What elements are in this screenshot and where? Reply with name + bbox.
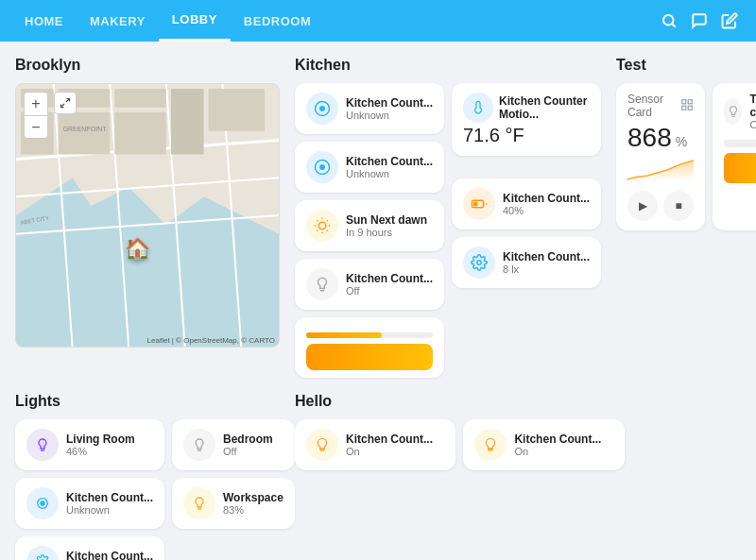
- nav-item-makery[interactable]: MAKERY: [77, 0, 159, 42]
- kitchen-lux-name: Kitchen Count...: [66, 550, 153, 560]
- chat-icon[interactable]: [684, 6, 714, 36]
- svg-point-24: [319, 106, 325, 111]
- map-attribution: Leaflet | © OpenStreetMap, © CARTO: [147, 336, 275, 345]
- kitchen-card-sun[interactable]: Sun Next dawn In 9 hours: [295, 200, 444, 251]
- hello-card-1-name: Kitchen Count...: [346, 433, 444, 446]
- lights-section: Lights Living Room 46% Bedroom Off: [15, 393, 280, 560]
- sun-card-state: In 9 hours: [346, 227, 433, 238]
- test-section: Test Sensor Card 868 %: [616, 57, 756, 378]
- tile-card-state: Off: [749, 119, 756, 130]
- lights-title: Lights: [15, 393, 280, 410]
- motion-card[interactable]: Kitchen Counter Motio... 71.6 °F: [452, 83, 601, 156]
- kitchen-slider-bottom[interactable]: [295, 317, 444, 378]
- gear-icon-kitchen: [463, 246, 495, 279]
- svg-point-26: [319, 164, 325, 170]
- circle-blue-icon: [26, 487, 59, 519]
- svg-line-30: [317, 220, 318, 221]
- workspace-name: Workspace: [223, 491, 284, 504]
- nav-item-bedroom[interactable]: BEDROOM: [231, 0, 324, 42]
- hello-card-1[interactable]: Kitchen Count... On: [295, 419, 455, 470]
- hello-bulb-icon-2: [474, 429, 507, 461]
- gear-blue-icon: [26, 546, 59, 560]
- battery-icon: [463, 188, 495, 220]
- tile-card[interactable]: Tile card Off: [713, 83, 756, 230]
- sun-icon: [306, 210, 338, 242]
- kitchen-card-2-name: Kitchen Count...: [346, 155, 433, 168]
- map-zoom-controls[interactable]: + −: [24, 92, 48, 139]
- top-nav: HOME MAKERY LOBBY BEDROOM: [0, 0, 756, 42]
- zoom-in-button[interactable]: +: [25, 93, 47, 115]
- bulb-yellow-icon-ws: [183, 487, 215, 519]
- battery-card-name: Kitchen Count...: [503, 192, 590, 205]
- kitchen-card-4-state: Off: [346, 285, 433, 297]
- hello-title: Hello: [295, 393, 756, 410]
- svg-rect-18: [209, 89, 266, 131]
- map-expand-button[interactable]: [54, 92, 77, 114]
- hello-bulb-icon-1: [306, 429, 338, 461]
- svg-rect-13: [114, 89, 166, 108]
- svg-rect-44: [682, 106, 686, 110]
- kitchen-card-1-state: Unknown: [346, 110, 433, 121]
- zoom-out-button[interactable]: −: [25, 115, 47, 138]
- hello-card-2-state: On: [514, 446, 612, 457]
- svg-rect-16: [114, 112, 166, 155]
- nav-item-home[interactable]: HOME: [11, 0, 77, 42]
- svg-rect-42: [688, 99, 692, 103]
- tile-card-icon: [724, 98, 742, 125]
- play-button[interactable]: ▶: [627, 191, 658, 221]
- lux-card-name: Kitchen Count...: [503, 250, 590, 263]
- svg-rect-41: [682, 99, 686, 103]
- svg-line-1: [672, 24, 675, 26]
- svg-line-34: [317, 230, 318, 231]
- map-container[interactable]: GREENPOINT ABET CITY + − 🏠 Leaflet | © O…: [15, 83, 280, 348]
- nav-item-lobby[interactable]: LOBBY: [159, 0, 231, 42]
- kitchen-section: Kitchen Kitchen Count... Unknown: [295, 57, 601, 378]
- tile-card-title: Tile card: [749, 93, 756, 119]
- kitchen-card-2[interactable]: Kitchen Count... Unknown: [295, 142, 444, 193]
- stop-button[interactable]: ■: [663, 191, 694, 221]
- svg-point-27: [318, 222, 326, 229]
- light-workspace[interactable]: Workspace 83%: [172, 478, 295, 529]
- svg-rect-17: [171, 89, 204, 155]
- motion-card-name: Kitchen Counter Motio...: [499, 94, 590, 121]
- living-room-name: Living Room: [66, 433, 153, 446]
- palette-icon-2: [306, 151, 338, 183]
- svg-point-40: [477, 261, 482, 265]
- tile-bar-track: [724, 140, 756, 147]
- kitchen-card-4[interactable]: Kitchen Count... Off: [295, 259, 444, 310]
- light-kitchen-count-1[interactable]: Kitchen Count... Unknown: [15, 478, 164, 529]
- light-bedroom[interactable]: Bedroom Off: [172, 419, 295, 470]
- svg-text:GREENPOINT: GREENPOINT: [63, 126, 108, 132]
- svg-line-31: [327, 230, 328, 231]
- sensor-controls: ▶ ■: [627, 191, 694, 221]
- svg-point-0: [663, 15, 674, 25]
- hello-card-2[interactable]: Kitchen Count... On: [463, 419, 624, 470]
- sensor-card[interactable]: Sensor Card 868 %: [616, 83, 705, 230]
- sensor-card-unit: %: [676, 134, 687, 149]
- tile-orange-block: [724, 153, 756, 183]
- kitchen-card-2-state: Unknown: [346, 168, 433, 179]
- svg-point-46: [40, 501, 44, 505]
- sensor-chart: [627, 153, 694, 181]
- kitchen-lux-card[interactable]: Kitchen Count... 8 lx: [452, 237, 601, 288]
- map-pin: 🏠: [125, 237, 150, 262]
- test-title: Test: [616, 57, 756, 74]
- thermometer-icon: [463, 93, 493, 123]
- kitchen-title: Kitchen: [295, 57, 601, 74]
- sensor-card-value: 868: [627, 123, 672, 153]
- workspace-state: 83%: [223, 504, 284, 516]
- kitchen-card-1[interactable]: Kitchen Count... Unknown: [295, 83, 444, 134]
- brooklyn-title: Brooklyn: [15, 57, 280, 74]
- kitchen-battery-card[interactable]: Kitchen Count... 40%: [452, 178, 601, 229]
- battery-card-state: 40%: [503, 205, 590, 216]
- light-kitchen-lux[interactable]: Kitchen Count... 8 lx: [15, 536, 164, 560]
- kitchen-count-1-name: Kitchen Count...: [66, 491, 153, 504]
- bulb-gray-icon: [183, 429, 215, 461]
- kitchen-count-1-state: Unknown: [66, 504, 153, 516]
- edit-icon[interactable]: [714, 6, 745, 36]
- living-room-state: 46%: [66, 446, 153, 457]
- kitchen-card-4-name: Kitchen Count...: [346, 272, 433, 285]
- search-icon[interactable]: [654, 6, 684, 36]
- light-living-room[interactable]: Living Room 46%: [15, 419, 164, 470]
- bulb-purple-icon: [26, 429, 59, 461]
